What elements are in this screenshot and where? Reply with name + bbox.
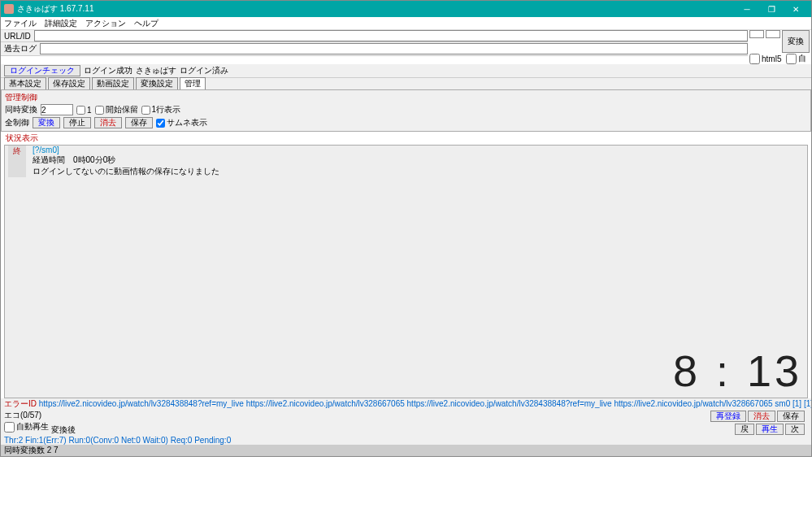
- log-area: 終 [?/sm0] 経過時間 0時00分0秒 ログインしてないのに動画情報の保存…: [4, 145, 808, 398]
- cb-hold-label: 開始保留: [106, 104, 138, 115]
- btn-play[interactable]: 再生: [756, 424, 784, 435]
- footer: 同時変換数 2 7: [1, 445, 811, 456]
- menubar: ファイル 詳細設定 アクション ヘルプ: [1, 17, 811, 30]
- error-urls: https://live2.nicovideo.jp/watch/lv32843…: [39, 399, 811, 408]
- pastlog-row: 過去ログ: [1, 42, 748, 56]
- allctrl-label: 全制御: [5, 117, 29, 128]
- titlebar: さきゅばす 1.67.7.11 ─ ❐ ✕: [1, 1, 811, 17]
- auto-label: 自: [798, 53, 806, 64]
- afterconv-label: 変換後: [51, 425, 76, 434]
- login-ok-label: ログイン成功: [84, 65, 132, 76]
- eco-label: エコ(0/57): [4, 410, 76, 421]
- tab-convert[interactable]: 変換設定: [136, 77, 178, 89]
- log-msg: ログインしてないのに動画情報の保存になりました: [33, 166, 219, 177]
- btn-clear[interactable]: 消去: [94, 117, 122, 128]
- convert-button[interactable]: 変換: [782, 30, 810, 53]
- tab-basic[interactable]: 基本設定: [4, 77, 46, 89]
- menu-help[interactable]: ヘルプ: [134, 18, 158, 29]
- clock-overlay: 8 : 13: [673, 346, 802, 396]
- menu-file[interactable]: ファイル: [4, 18, 37, 29]
- btn-back[interactable]: 戻: [735, 424, 754, 435]
- tab-manage[interactable]: 管理: [180, 77, 206, 89]
- minimize-button[interactable]: ─: [735, 1, 759, 17]
- control-header: 管理制御: [5, 92, 807, 103]
- tabs-bar: 基本設定 保存設定 動画設定 変換設定 管理: [1, 78, 811, 89]
- status-header: 状況表示: [1, 132, 811, 145]
- error-label: エラーID: [4, 399, 37, 408]
- pastlog-label: 過去ログ: [1, 42, 40, 55]
- tiny-input-2[interactable]: [766, 30, 780, 38]
- stat-line: Thr:2 Fin:1(Err:7) Run:0(Conv:0 Net:0 Wa…: [1, 436, 811, 445]
- btn-next[interactable]: 次: [785, 424, 805, 435]
- simul-label: 同時変換: [5, 104, 37, 115]
- tiny-input-1[interactable]: [749, 30, 764, 38]
- cb-hold[interactable]: [95, 106, 104, 115]
- html5-label: html5: [762, 54, 781, 63]
- url-input[interactable]: [34, 30, 748, 41]
- bottom-area: エラーID https://live2.nicovideo.jp/watch/l…: [1, 398, 811, 456]
- login-check-button[interactable]: ログインチェック: [4, 65, 80, 76]
- simul-input[interactable]: [41, 104, 73, 115]
- menu-action[interactable]: アクション: [85, 18, 126, 29]
- cb-oneline[interactable]: [141, 106, 150, 115]
- cb-one[interactable]: [76, 106, 85, 115]
- log-line: 終 [?/sm0] 経過時間 0時00分0秒 ログインしてないのに動画情報の保存…: [5, 146, 807, 177]
- tab-video[interactable]: 動画設定: [92, 77, 134, 89]
- cb-thumb-label: サムネ表示: [167, 117, 207, 128]
- error-line: エラーID https://live2.nicovideo.jp/watch/l…: [1, 398, 811, 410]
- right-controls: 変換 html5 自: [748, 30, 811, 64]
- menu-detail[interactable]: 詳細設定: [45, 18, 77, 29]
- pastlog-input[interactable]: [40, 43, 748, 54]
- btn-clear2[interactable]: 消去: [748, 411, 775, 422]
- log-time: 経過時間 0時00分0秒: [33, 154, 219, 166]
- control-panel: 管理制御 同時変換 1 開始保留 1行表示 全制御 変換 停止 消去 保存 サム…: [1, 89, 811, 132]
- url-label: URL/ID: [1, 31, 34, 41]
- html5-checkbox[interactable]: [749, 54, 760, 64]
- cb-thumb[interactable]: [156, 119, 165, 128]
- close-button[interactable]: ✕: [784, 1, 808, 17]
- login-name-label: さきゅばす: [136, 65, 176, 76]
- cb-oneline-label: 1行表示: [152, 104, 181, 115]
- btn-save2[interactable]: 保存: [777, 411, 805, 422]
- log-tag: 終: [8, 146, 26, 177]
- cb-autoplay-label: 自動再生: [16, 421, 49, 433]
- tab-save[interactable]: 保存設定: [48, 77, 90, 89]
- window-title: さきゅばす 1.67.7.11: [17, 3, 735, 15]
- btn-stop[interactable]: 停止: [63, 117, 91, 128]
- cb-autoplay[interactable]: [4, 422, 15, 433]
- btn-rereg[interactable]: 再登録: [710, 411, 746, 422]
- log-id: [?/sm0]: [33, 146, 219, 154]
- maximize-button[interactable]: ❐: [759, 1, 784, 17]
- btn-convert[interactable]: 変換: [33, 117, 60, 128]
- login-row: ログインチェック ログイン成功 さきゅばす ログイン済み: [1, 64, 811, 78]
- login-done-label: ログイン済み: [180, 65, 228, 76]
- url-row: URL/ID: [1, 30, 748, 42]
- cb-one-label: 1: [87, 106, 92, 115]
- btn-save[interactable]: 保存: [125, 117, 153, 128]
- auto-checkbox[interactable]: [786, 54, 797, 64]
- app-icon: [4, 4, 14, 14]
